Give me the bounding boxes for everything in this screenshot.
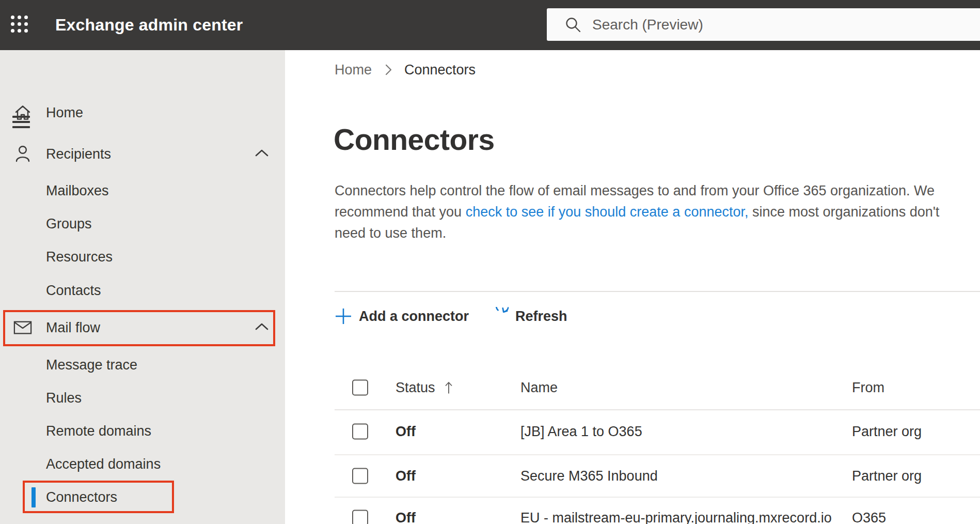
table-row[interactable]: Off Secure M365 Inbound Partner org	[285, 459, 980, 492]
breadcrumb-current: Connectors	[404, 62, 476, 78]
from-cell: Partner org	[852, 424, 922, 440]
sidebar-item-mail-flow[interactable]: Mail flow	[0, 311, 285, 344]
sidebar-item-label: Mail flow	[46, 320, 100, 336]
table-row[interactable]: Off [JB] Area 1 to O365 Partner org	[285, 415, 980, 448]
sidebar-item-mailboxes[interactable]: Mailboxes	[0, 174, 285, 207]
search-input[interactable]	[592, 17, 902, 33]
person-icon	[13, 145, 32, 163]
add-connector-button[interactable]: Add a connector	[335, 307, 469, 325]
sidebar-item-label: Accepted domains	[46, 456, 161, 472]
breadcrumb: Home Connectors	[335, 59, 476, 80]
sidebar-item-label: Message trace	[46, 357, 137, 373]
sidebar-item-label: Mailboxes	[46, 183, 109, 199]
chevron-up-icon[interactable]	[255, 149, 268, 159]
sidebar-item-remote-domains[interactable]: Remote domains	[0, 414, 285, 448]
page-description: Connectors help control the flow of emai…	[335, 180, 969, 244]
table-row[interactable]: Off EU - mailstream-eu-primary.journalin…	[285, 501, 980, 524]
column-header-status[interactable]: Status	[396, 380, 453, 396]
row-checkbox[interactable]	[352, 510, 368, 524]
sidebar-item-accepted-domains[interactable]: Accepted domains	[0, 448, 285, 481]
global-search[interactable]	[547, 8, 980, 41]
status-cell: Off	[396, 510, 416, 524]
status-cell: Off	[396, 468, 416, 484]
mail-icon	[13, 320, 32, 335]
sidebar-item-label: Groups	[46, 216, 92, 232]
sidebar-item-groups[interactable]: Groups	[0, 207, 285, 240]
main-content: Home Connectors Connectors Connectors he…	[285, 50, 980, 524]
sidebar-item-message-trace[interactable]: Message trace	[0, 348, 285, 381]
column-header-name[interactable]: Name	[520, 380, 558, 396]
app-title: Exchange admin center	[55, 0, 243, 50]
left-navigation: Home Recipients Mailboxes Groups Resourc…	[0, 50, 285, 524]
row-checkbox[interactable]	[352, 468, 368, 484]
row-divider	[335, 497, 980, 498]
sidebar-item-label: Contacts	[46, 283, 101, 299]
name-cell: EU - mailstream-eu-primary.journaling.mx…	[520, 510, 832, 524]
breadcrumb-home-link[interactable]: Home	[335, 62, 372, 78]
row-checkbox[interactable]	[352, 424, 368, 440]
refresh-icon	[490, 307, 509, 326]
sidebar-item-label: Home	[46, 105, 83, 121]
table-header-row: Status Name From	[285, 371, 980, 404]
chevron-up-icon[interactable]	[255, 323, 268, 332]
chevron-right-icon	[385, 64, 392, 76]
sidebar-item-label: Connectors	[46, 489, 117, 505]
sidebar-item-label: Rules	[46, 390, 82, 406]
status-cell: Off	[396, 424, 416, 440]
sidebar-item-home[interactable]: Home	[0, 96, 285, 129]
refresh-label: Refresh	[515, 309, 567, 325]
selected-item-indicator	[31, 487, 36, 507]
sidebar-item-recipients[interactable]: Recipients	[0, 137, 285, 171]
sidebar-item-label: Remote domains	[46, 423, 151, 439]
app-launcher-waffle-icon[interactable]	[11, 16, 29, 34]
sidebar-item-label: Recipients	[46, 146, 111, 162]
sort-ascending-icon	[445, 380, 453, 395]
sidebar-item-contacts[interactable]: Contacts	[0, 274, 285, 307]
from-cell: O365	[852, 510, 886, 524]
sidebar-item-resources[interactable]: Resources	[0, 240, 285, 273]
top-app-bar: Exchange admin center	[0, 0, 980, 50]
column-header-from[interactable]: From	[852, 380, 884, 396]
sidebar-item-label: Resources	[46, 249, 113, 265]
select-all-checkbox[interactable]	[352, 380, 368, 396]
refresh-button[interactable]: Refresh	[490, 307, 567, 326]
command-bar: Add a connector Refresh	[335, 303, 567, 329]
create-connector-check-link[interactable]: check to see if you should create a conn…	[466, 204, 749, 220]
from-cell: Partner org	[852, 468, 922, 484]
name-cell: Secure M365 Inbound	[520, 468, 658, 484]
plus-icon	[335, 307, 352, 325]
sidebar-item-connectors[interactable]: Connectors	[0, 481, 285, 514]
toolbar-divider	[335, 291, 980, 292]
page-title: Connectors	[334, 122, 495, 157]
row-divider	[335, 454, 980, 455]
sidebar-item-rules[interactable]: Rules	[0, 381, 285, 414]
home-icon	[13, 104, 32, 121]
search-icon	[564, 16, 582, 34]
header-divider	[335, 409, 980, 410]
add-connector-label: Add a connector	[359, 309, 469, 325]
name-cell: [JB] Area 1 to O365	[520, 424, 642, 440]
